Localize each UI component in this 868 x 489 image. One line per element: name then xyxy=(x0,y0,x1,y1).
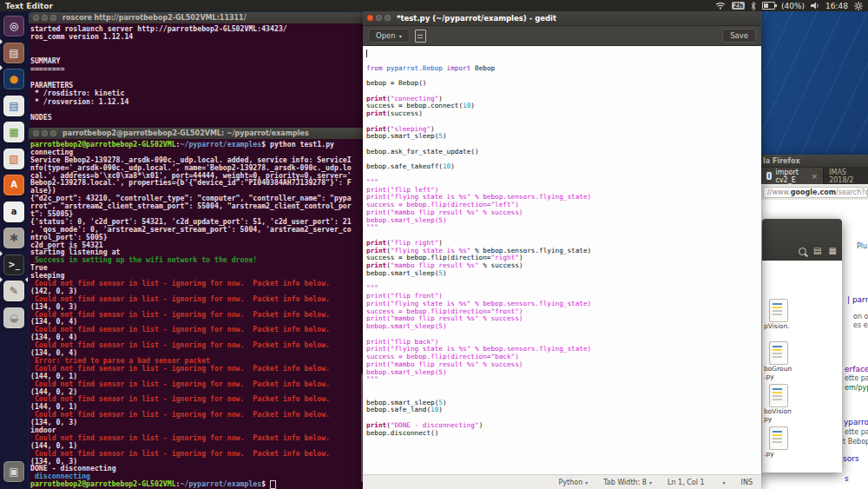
session-gear-icon[interactable] xyxy=(854,2,863,10)
close-button[interactable] xyxy=(33,130,39,136)
code-editor[interactable]: from pyparrot.Bebop import Bebop bebop =… xyxy=(363,46,756,475)
launcher-item-ubuntu-software[interactable]: A xyxy=(3,175,24,195)
window-title: *test.py (~/pyparrot/examples) - gedit xyxy=(397,14,556,23)
running-indicator-arrow xyxy=(0,65,3,70)
wifi-icon[interactable] xyxy=(715,2,726,10)
firefox-tabbar: import cv2_E × IMAS 2018/2 xyxy=(761,168,868,184)
terminal-line: Could not find sensor in list - ignoring… xyxy=(30,341,364,349)
libreoffice-writer-icon: ▤ xyxy=(9,101,18,111)
search-result-fragment: ette page xyxy=(845,428,868,436)
search-result-fragment: | parrot xyxy=(847,295,868,304)
bluetooth-icon[interactable] xyxy=(751,2,756,10)
running-indicator-arrow xyxy=(0,277,3,282)
running-indicator-arrow xyxy=(0,39,3,44)
open-button[interactable]: Open▾ xyxy=(368,29,410,43)
terminal2-output[interactable]: parrotbebop2@parrotbebop2-GL502VML:~/pyp… xyxy=(29,139,364,489)
launcher-item-libreoffice-calc[interactable]: ▦ xyxy=(3,122,24,142)
volume-icon[interactable] xyxy=(811,2,819,10)
terminal2-titlebar[interactable]: parrotbebop2@parrotbebop2-GL502VML: ~/py… xyxy=(29,128,364,140)
launcher-item-files[interactable]: ▤ xyxy=(3,43,24,63)
maximize-button[interactable] xyxy=(50,130,56,136)
tab-label: import cv2_E xyxy=(775,169,807,184)
tab-close-icon[interactable]: × xyxy=(812,172,819,181)
grid-view-icon[interactable]: ▦ xyxy=(829,247,837,255)
disk-icon: ◒ xyxy=(10,313,18,323)
firefox-icon: ● xyxy=(10,74,18,84)
window-title: roscore http://parrotbebop2-GL502VML:113… xyxy=(62,14,247,22)
launcher-item-dash-home[interactable]: ◎ xyxy=(3,16,24,36)
running-indicator-arrow xyxy=(0,251,3,256)
terminal-window-pyparrot: parrotbebop2@parrotbebop2-GL502VML: ~/py… xyxy=(29,128,364,489)
terminal-line: SUMMARY xyxy=(30,57,365,65)
indicator-tray: Zh (40%) 16:48 xyxy=(715,2,863,10)
launcher-item-text-editor-gedit[interactable]: ✎ xyxy=(3,281,24,301)
active-app-name: Text Editor xyxy=(5,2,53,10)
launcher-item-disk[interactable]: ◒ xyxy=(3,307,24,328)
minimize-button[interactable] xyxy=(376,15,382,21)
keyboard-layout-indicator[interactable]: Zh xyxy=(732,2,745,10)
list-view-icon[interactable]: ▤ xyxy=(813,247,821,255)
file-item[interactable]: boGroun.py xyxy=(764,341,825,380)
search-icon[interactable] xyxy=(799,248,806,255)
file-item[interactable]: .py xyxy=(764,426,825,466)
text-caret xyxy=(366,50,367,57)
file-list[interactable]: pVision. boGroun.pyboVisionpy.py xyxy=(762,261,842,472)
launcher-item-terminal[interactable]: >_ xyxy=(3,254,24,275)
file-label xyxy=(764,458,825,466)
text-editor-gedit-icon: ✎ xyxy=(10,286,18,296)
terminal-line: Could not find sensor in list - ignoring… xyxy=(30,380,364,388)
tab-favicon xyxy=(766,172,772,180)
terminal-line: parrotbebop2@parrotbebop2-GL502VML:~/pyp… xyxy=(30,141,364,149)
search-result-fragment: s xyxy=(845,474,849,483)
terminal-line: Could not find sensor in list - ignoring… xyxy=(30,365,364,373)
close-button[interactable] xyxy=(33,15,39,21)
window-title: la Firefox xyxy=(763,157,800,165)
terminal-line: bebop.safe_takeoff(10) xyxy=(366,163,756,171)
trash-icon: ▣ xyxy=(9,466,18,477)
chevron-down-icon[interactable]: ▾ xyxy=(723,479,726,486)
launcher-item-libreoffice-writer[interactable]: ▤ xyxy=(3,96,24,116)
maximize-button[interactable] xyxy=(385,15,391,21)
terminal-line: bebop.smart_sleep(5) xyxy=(366,217,756,225)
gedit-window: *test.py (~/pyparrot/examples) - gedit O… xyxy=(363,10,761,489)
files-icon: ▤ xyxy=(9,48,18,58)
save-button[interactable]: Save xyxy=(722,29,756,43)
clock[interactable]: 16:48 xyxy=(825,2,848,10)
terminal1-output[interactable]: started roslaunch server http://parrotbe… xyxy=(29,23,365,128)
terminal-line xyxy=(30,106,365,114)
terminal-line: success = bebop.connect(10) xyxy=(366,102,756,110)
tab-width-selector[interactable]: Tab Width: 8▾ xyxy=(603,479,652,486)
language-selector[interactable]: Python▾ xyxy=(559,479,589,486)
terminal1-titlebar[interactable]: roscore http://parrotbebop2-GL502VML:113… xyxy=(29,12,365,24)
insert-mode-indicator: INS xyxy=(741,479,753,486)
launcher-item-libreoffice-impress[interactable]: ▧ xyxy=(3,149,24,169)
terminal-line: from pyparrot.Bebop import Bebop xyxy=(366,65,756,73)
gedit-titlebar[interactable]: *test.py (~/pyparrot/examples) - gedit xyxy=(363,10,761,26)
launcher-item-trash[interactable]: ▣ xyxy=(3,461,24,482)
search-result-fragment: es en H xyxy=(853,321,868,329)
minimize-button[interactable] xyxy=(42,130,48,136)
file-item[interactable]: boVisionpy xyxy=(764,384,825,423)
close-button[interactable] xyxy=(367,15,373,21)
maximize-button[interactable] xyxy=(50,15,56,21)
terminal-window-roscore: roscore http://parrotbebop2-GL502VML:113… xyxy=(29,12,365,128)
battery-percent: (40%) xyxy=(781,2,805,10)
file-item[interactable]: pVision. xyxy=(764,299,825,338)
terminal-line xyxy=(366,384,756,392)
launcher-item-system-settings[interactable]: ✱ xyxy=(3,228,24,248)
battery-icon[interactable] xyxy=(762,2,775,10)
url-input[interactable]: //www.google.com/search?client= xyxy=(763,187,868,198)
firefox-titlebar[interactable]: la Firefox xyxy=(761,155,868,168)
terminal-line: bebop = Bebop() xyxy=(366,80,756,88)
terminal-line: """ xyxy=(366,224,756,232)
python-file-icon xyxy=(769,299,788,322)
terminal-line xyxy=(30,42,365,50)
tab-import-cv2[interactable]: import cv2_E × xyxy=(761,168,824,184)
tab-imas[interactable]: IMAS 2018/2 xyxy=(824,168,868,184)
file-label: .py xyxy=(764,373,825,380)
chevron-down-icon: ▾ xyxy=(399,33,402,39)
launcher-item-amazon[interactable]: a xyxy=(3,202,24,222)
minimize-button[interactable] xyxy=(42,15,48,21)
launcher-item-firefox[interactable]: ● xyxy=(3,69,24,89)
new-document-icon[interactable] xyxy=(415,30,426,43)
